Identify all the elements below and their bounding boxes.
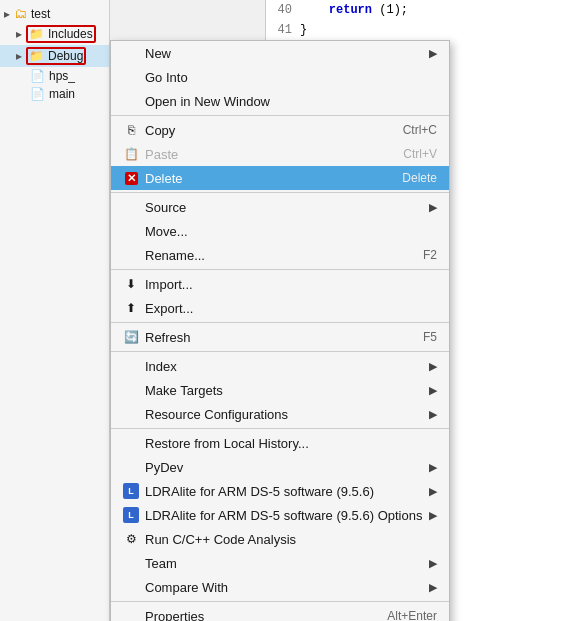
tree-item-main[interactable]: 📄 main xyxy=(0,85,109,103)
menu-item-refresh[interactable]: 🔄 Refresh F5 xyxy=(111,325,449,349)
chevron-right-icon: ▸ xyxy=(16,27,22,41)
submenu-arrow-icon: ▶ xyxy=(429,47,437,60)
shortcut-label: Ctrl+V xyxy=(403,147,437,161)
submenu-arrow-icon: ▶ xyxy=(429,509,437,522)
blank-icon xyxy=(123,358,139,374)
tree-item-debug[interactable]: ▸ 📁 Debug xyxy=(0,45,109,67)
menu-item-ldralite1[interactable]: L LDRAlite for ARM DS-5 software (9.5.6)… xyxy=(111,479,449,503)
submenu-arrow-icon: ▶ xyxy=(429,581,437,594)
submenu-arrow-icon: ▶ xyxy=(429,384,437,397)
menu-item-export[interactable]: ⬆ Export... xyxy=(111,296,449,320)
refresh-icon: 🔄 xyxy=(123,329,139,345)
menu-label: Run C/C++ Code Analysis xyxy=(145,532,296,547)
code-line-40: 40 return (1); xyxy=(266,0,585,20)
menu-label: Paste xyxy=(145,147,178,162)
menu-item-delete[interactable]: ✕ Delete Delete xyxy=(111,166,449,190)
shortcut-label: Ctrl+C xyxy=(403,123,437,137)
menu-item-source[interactable]: Source ▶ xyxy=(111,195,449,219)
menu-label: Copy xyxy=(145,123,175,138)
menu-item-pydev[interactable]: PyDev ▶ xyxy=(111,455,449,479)
chevron-right-icon: ▸ xyxy=(4,7,10,21)
submenu-arrow-icon: ▶ xyxy=(429,360,437,373)
menu-separator xyxy=(111,115,449,116)
menu-label: Team xyxy=(145,556,177,571)
menu-label: PyDev xyxy=(145,460,183,475)
paste-icon: 📋 xyxy=(123,146,139,162)
menu-item-new[interactable]: New ▶ xyxy=(111,41,449,65)
submenu-arrow-icon: ▶ xyxy=(429,408,437,421)
menu-item-team[interactable]: Team ▶ xyxy=(111,551,449,575)
menu-separator xyxy=(111,322,449,323)
menu-label: Open in New Window xyxy=(145,94,270,109)
tree-item-label: Includes xyxy=(48,27,93,41)
blank-icon xyxy=(123,406,139,422)
tree-item-label: main xyxy=(49,87,75,101)
ldra-icon: L xyxy=(123,507,139,523)
menu-item-paste[interactable]: 📋 Paste Ctrl+V xyxy=(111,142,449,166)
menu-label: Import... xyxy=(145,277,193,292)
file-icon: 📄 xyxy=(30,87,45,101)
project-icon: 🗂 xyxy=(14,6,27,21)
menu-item-run-analysis[interactable]: ⚙ Run C/C++ Code Analysis xyxy=(111,527,449,551)
folder-icon: 📁 xyxy=(29,49,44,63)
blank-icon xyxy=(123,435,139,451)
blank-icon xyxy=(123,382,139,398)
menu-label: Export... xyxy=(145,301,193,316)
menu-label: Make Targets xyxy=(145,383,223,398)
menu-label: Move... xyxy=(145,224,188,239)
line-number: 41 xyxy=(270,23,300,37)
shortcut-label: Alt+Enter xyxy=(387,609,437,621)
menu-item-rename[interactable]: Rename... F2 xyxy=(111,243,449,267)
menu-item-compare-with[interactable]: Compare With ▶ xyxy=(111,575,449,599)
menu-label: LDRAlite for ARM DS-5 software (9.5.6) O… xyxy=(145,508,422,523)
blank-icon xyxy=(123,93,139,109)
menu-item-make-targets[interactable]: Make Targets ▶ xyxy=(111,378,449,402)
file-tree: ▸ 🗂 test ▸ 📁 Includes ▸ 📁 Debug 📄 hps_ 📄… xyxy=(0,0,110,621)
submenu-arrow-icon: ▶ xyxy=(429,201,437,214)
menu-separator xyxy=(111,269,449,270)
menu-item-import[interactable]: ⬇ Import... xyxy=(111,272,449,296)
menu-item-move[interactable]: Move... xyxy=(111,219,449,243)
menu-item-go-into[interactable]: Go Into xyxy=(111,65,449,89)
menu-label: LDRAlite for ARM DS-5 software (9.5.6) xyxy=(145,484,374,499)
tree-item-test[interactable]: ▸ 🗂 test xyxy=(0,4,109,23)
menu-label: Resource Configurations xyxy=(145,407,288,422)
menu-label: Properties xyxy=(145,609,204,622)
blank-icon xyxy=(123,555,139,571)
menu-label: Delete xyxy=(145,171,183,186)
export-icon: ⬆ xyxy=(123,300,139,316)
menu-item-resource-config[interactable]: Resource Configurations ▶ xyxy=(111,402,449,426)
menu-label: Rename... xyxy=(145,248,205,263)
blank-icon xyxy=(123,223,139,239)
blank-icon xyxy=(123,579,139,595)
menu-item-copy[interactable]: ⎘ Copy Ctrl+C xyxy=(111,118,449,142)
shortcut-label: F5 xyxy=(423,330,437,344)
analysis-icon: ⚙ xyxy=(123,531,139,547)
menu-item-properties[interactable]: Properties Alt+Enter xyxy=(111,604,449,621)
shortcut-label: F2 xyxy=(423,248,437,262)
code-content: return (1); xyxy=(300,3,408,17)
delete-icon: ✕ xyxy=(123,170,139,186)
submenu-arrow-icon: ▶ xyxy=(429,485,437,498)
tree-item-label: Debug xyxy=(48,49,83,63)
import-icon: ⬇ xyxy=(123,276,139,292)
tree-item-hps[interactable]: 📄 hps_ xyxy=(0,67,109,85)
menu-label: Go Into xyxy=(145,70,188,85)
menu-item-ldralite2[interactable]: L LDRAlite for ARM DS-5 software (9.5.6)… xyxy=(111,503,449,527)
context-menu: New ▶ Go Into Open in New Window ⎘ Copy … xyxy=(110,40,450,621)
submenu-arrow-icon: ▶ xyxy=(429,557,437,570)
menu-item-open-window[interactable]: Open in New Window xyxy=(111,89,449,113)
ldra-icon: L xyxy=(123,483,139,499)
menu-label: Compare With xyxy=(145,580,228,595)
menu-item-index[interactable]: Index ▶ xyxy=(111,354,449,378)
folder-icon: 📁 xyxy=(29,27,44,41)
code-line-41: 41 } xyxy=(266,20,585,40)
tree-item-includes[interactable]: ▸ 📁 Includes xyxy=(0,23,109,45)
menu-separator xyxy=(111,428,449,429)
blank-icon xyxy=(123,199,139,215)
file-icon: 📄 xyxy=(30,69,45,83)
menu-separator xyxy=(111,351,449,352)
menu-item-restore-history[interactable]: Restore from Local History... xyxy=(111,431,449,455)
code-content: } xyxy=(300,23,307,37)
menu-separator xyxy=(111,601,449,602)
